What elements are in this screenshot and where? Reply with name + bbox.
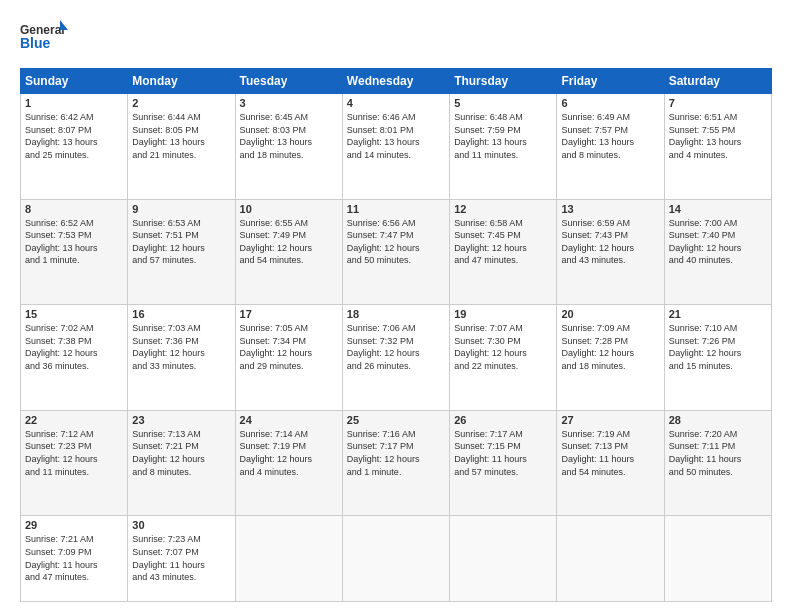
day-number: 6 xyxy=(561,97,659,109)
weekday-friday: Friday xyxy=(557,69,664,94)
calendar-cell: 10Sunrise: 6:55 AMSunset: 7:49 PMDayligh… xyxy=(235,199,342,305)
calendar-cell xyxy=(235,516,342,602)
calendar-cell: 30Sunrise: 7:23 AMSunset: 7:07 PMDayligh… xyxy=(128,516,235,602)
day-number: 15 xyxy=(25,308,123,320)
day-info: Sunrise: 7:02 AMSunset: 7:38 PMDaylight:… xyxy=(25,322,123,372)
day-info: Sunrise: 7:19 AMSunset: 7:13 PMDaylight:… xyxy=(561,428,659,478)
day-number: 26 xyxy=(454,414,552,426)
calendar-cell: 29Sunrise: 7:21 AMSunset: 7:09 PMDayligh… xyxy=(21,516,128,602)
calendar-cell: 21Sunrise: 7:10 AMSunset: 7:26 PMDayligh… xyxy=(664,305,771,411)
day-info: Sunrise: 6:53 AMSunset: 7:51 PMDaylight:… xyxy=(132,217,230,267)
day-info: Sunrise: 6:48 AMSunset: 7:59 PMDaylight:… xyxy=(454,111,552,161)
weekday-wednesday: Wednesday xyxy=(342,69,449,94)
day-info: Sunrise: 7:07 AMSunset: 7:30 PMDaylight:… xyxy=(454,322,552,372)
day-info: Sunrise: 6:44 AMSunset: 8:05 PMDaylight:… xyxy=(132,111,230,161)
day-info: Sunrise: 6:49 AMSunset: 7:57 PMDaylight:… xyxy=(561,111,659,161)
day-number: 7 xyxy=(669,97,767,109)
calendar-table: SundayMondayTuesdayWednesdayThursdayFrid… xyxy=(20,68,772,602)
calendar-cell: 27Sunrise: 7:19 AMSunset: 7:13 PMDayligh… xyxy=(557,410,664,516)
day-info: Sunrise: 6:55 AMSunset: 7:49 PMDaylight:… xyxy=(240,217,338,267)
day-number: 22 xyxy=(25,414,123,426)
day-info: Sunrise: 7:14 AMSunset: 7:19 PMDaylight:… xyxy=(240,428,338,478)
day-info: Sunrise: 6:56 AMSunset: 7:47 PMDaylight:… xyxy=(347,217,445,267)
week-row-3: 22Sunrise: 7:12 AMSunset: 7:23 PMDayligh… xyxy=(21,410,772,516)
calendar-cell: 28Sunrise: 7:20 AMSunset: 7:11 PMDayligh… xyxy=(664,410,771,516)
day-number: 4 xyxy=(347,97,445,109)
weekday-sunday: Sunday xyxy=(21,69,128,94)
calendar-cell xyxy=(342,516,449,602)
day-info: Sunrise: 6:51 AMSunset: 7:55 PMDaylight:… xyxy=(669,111,767,161)
day-info: Sunrise: 7:05 AMSunset: 7:34 PMDaylight:… xyxy=(240,322,338,372)
day-info: Sunrise: 7:17 AMSunset: 7:15 PMDaylight:… xyxy=(454,428,552,478)
day-number: 23 xyxy=(132,414,230,426)
weekday-saturday: Saturday xyxy=(664,69,771,94)
calendar-cell: 16Sunrise: 7:03 AMSunset: 7:36 PMDayligh… xyxy=(128,305,235,411)
calendar-cell: 14Sunrise: 7:00 AMSunset: 7:40 PMDayligh… xyxy=(664,199,771,305)
day-info: Sunrise: 7:23 AMSunset: 7:07 PMDaylight:… xyxy=(132,533,230,583)
day-info: Sunrise: 7:16 AMSunset: 7:17 PMDaylight:… xyxy=(347,428,445,478)
calendar-cell: 22Sunrise: 7:12 AMSunset: 7:23 PMDayligh… xyxy=(21,410,128,516)
day-number: 1 xyxy=(25,97,123,109)
day-info: Sunrise: 7:10 AMSunset: 7:26 PMDaylight:… xyxy=(669,322,767,372)
day-number: 9 xyxy=(132,203,230,215)
calendar-cell xyxy=(664,516,771,602)
calendar-cell: 25Sunrise: 7:16 AMSunset: 7:17 PMDayligh… xyxy=(342,410,449,516)
day-number: 5 xyxy=(454,97,552,109)
calendar-cell: 8Sunrise: 6:52 AMSunset: 7:53 PMDaylight… xyxy=(21,199,128,305)
day-info: Sunrise: 6:45 AMSunset: 8:03 PMDaylight:… xyxy=(240,111,338,161)
calendar-cell: 2Sunrise: 6:44 AMSunset: 8:05 PMDaylight… xyxy=(128,94,235,200)
day-number: 3 xyxy=(240,97,338,109)
calendar-cell: 13Sunrise: 6:59 AMSunset: 7:43 PMDayligh… xyxy=(557,199,664,305)
calendar-cell: 15Sunrise: 7:02 AMSunset: 7:38 PMDayligh… xyxy=(21,305,128,411)
day-info: Sunrise: 7:12 AMSunset: 7:23 PMDaylight:… xyxy=(25,428,123,478)
day-info: Sunrise: 6:58 AMSunset: 7:45 PMDaylight:… xyxy=(454,217,552,267)
day-info: Sunrise: 7:20 AMSunset: 7:11 PMDaylight:… xyxy=(669,428,767,478)
day-info: Sunrise: 6:52 AMSunset: 7:53 PMDaylight:… xyxy=(25,217,123,267)
calendar-cell: 11Sunrise: 6:56 AMSunset: 7:47 PMDayligh… xyxy=(342,199,449,305)
day-number: 12 xyxy=(454,203,552,215)
day-number: 30 xyxy=(132,519,230,531)
calendar-cell: 12Sunrise: 6:58 AMSunset: 7:45 PMDayligh… xyxy=(450,199,557,305)
day-info: Sunrise: 7:21 AMSunset: 7:09 PMDaylight:… xyxy=(25,533,123,583)
day-number: 27 xyxy=(561,414,659,426)
weekday-header-row: SundayMondayTuesdayWednesdayThursdayFrid… xyxy=(21,69,772,94)
day-info: Sunrise: 6:59 AMSunset: 7:43 PMDaylight:… xyxy=(561,217,659,267)
logo-svg: General Blue xyxy=(20,18,68,60)
calendar-cell: 4Sunrise: 6:46 AMSunset: 8:01 PMDaylight… xyxy=(342,94,449,200)
day-info: Sunrise: 7:06 AMSunset: 7:32 PMDaylight:… xyxy=(347,322,445,372)
calendar-cell: 9Sunrise: 6:53 AMSunset: 7:51 PMDaylight… xyxy=(128,199,235,305)
calendar-cell: 5Sunrise: 6:48 AMSunset: 7:59 PMDaylight… xyxy=(450,94,557,200)
week-row-0: 1Sunrise: 6:42 AMSunset: 8:07 PMDaylight… xyxy=(21,94,772,200)
svg-marker-2 xyxy=(60,20,68,30)
svg-text:Blue: Blue xyxy=(20,35,51,51)
day-number: 16 xyxy=(132,308,230,320)
day-number: 25 xyxy=(347,414,445,426)
page: General Blue SundayMondayTuesdayWednesda… xyxy=(0,0,792,612)
day-number: 20 xyxy=(561,308,659,320)
calendar-cell: 6Sunrise: 6:49 AMSunset: 7:57 PMDaylight… xyxy=(557,94,664,200)
day-info: Sunrise: 6:42 AMSunset: 8:07 PMDaylight:… xyxy=(25,111,123,161)
calendar-cell: 23Sunrise: 7:13 AMSunset: 7:21 PMDayligh… xyxy=(128,410,235,516)
day-number: 18 xyxy=(347,308,445,320)
day-info: Sunrise: 7:09 AMSunset: 7:28 PMDaylight:… xyxy=(561,322,659,372)
weekday-monday: Monday xyxy=(128,69,235,94)
day-info: Sunrise: 7:03 AMSunset: 7:36 PMDaylight:… xyxy=(132,322,230,372)
day-number: 21 xyxy=(669,308,767,320)
calendar-cell xyxy=(557,516,664,602)
day-number: 14 xyxy=(669,203,767,215)
calendar-cell: 7Sunrise: 6:51 AMSunset: 7:55 PMDaylight… xyxy=(664,94,771,200)
header: General Blue xyxy=(20,18,772,60)
logo: General Blue xyxy=(20,18,68,60)
day-number: 2 xyxy=(132,97,230,109)
calendar-cell xyxy=(450,516,557,602)
week-row-1: 8Sunrise: 6:52 AMSunset: 7:53 PMDaylight… xyxy=(21,199,772,305)
day-number: 8 xyxy=(25,203,123,215)
weekday-tuesday: Tuesday xyxy=(235,69,342,94)
day-number: 13 xyxy=(561,203,659,215)
day-info: Sunrise: 6:46 AMSunset: 8:01 PMDaylight:… xyxy=(347,111,445,161)
calendar-cell: 26Sunrise: 7:17 AMSunset: 7:15 PMDayligh… xyxy=(450,410,557,516)
weekday-thursday: Thursday xyxy=(450,69,557,94)
day-info: Sunrise: 7:00 AMSunset: 7:40 PMDaylight:… xyxy=(669,217,767,267)
day-number: 28 xyxy=(669,414,767,426)
calendar-cell: 24Sunrise: 7:14 AMSunset: 7:19 PMDayligh… xyxy=(235,410,342,516)
